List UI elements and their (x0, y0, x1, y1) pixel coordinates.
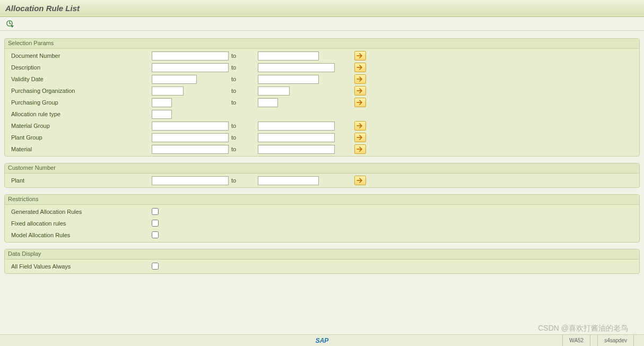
multiple-selection-button[interactable] (354, 133, 366, 142)
arrow-right-icon (356, 146, 364, 152)
from-cell (152, 133, 231, 142)
group-header: Restrictions (5, 195, 639, 205)
multiple-selection-button[interactable] (354, 74, 366, 84)
execute-button[interactable] (4, 19, 16, 29)
multiple-selection-button[interactable] (354, 51, 366, 60)
status-tcode: WA52 (562, 335, 590, 346)
field-label: Plant Group (11, 134, 152, 141)
multiple-selection-button[interactable] (354, 176, 366, 185)
status-spacer (633, 335, 641, 346)
to-cell (258, 122, 353, 131)
field-label: Purchasing Organization (11, 88, 152, 94)
to-input[interactable] (258, 75, 319, 84)
from-cell (152, 75, 231, 84)
multiple-selection-button[interactable] (354, 86, 366, 96)
from-input[interactable] (152, 51, 229, 60)
multiple-selection-button[interactable] (354, 98, 366, 107)
to-label: to (231, 146, 258, 152)
from-input[interactable] (152, 63, 229, 72)
checkbox-cell (152, 220, 231, 228)
to-input[interactable] (258, 176, 319, 185)
to-label: to (231, 177, 258, 184)
checkbox-row: Generated Allocation Rules (5, 206, 639, 218)
from-input[interactable] (152, 75, 197, 84)
to-input[interactable] (258, 87, 290, 96)
arrow-right-icon (356, 99, 364, 106)
field-label: All Field Values Always (11, 263, 152, 270)
watermark-text: CSDN @喜欢打酱油的老鸟 (538, 324, 628, 333)
field-label: Document Number (11, 53, 152, 59)
field-label: Plant (11, 177, 152, 184)
to-label: to (231, 64, 258, 71)
status-spacer (590, 335, 597, 346)
from-cell (152, 51, 231, 60)
checkbox-input[interactable] (152, 231, 159, 238)
field-row: Purchasing Organizationto (5, 85, 639, 97)
field-label: Fixed allocation rules (11, 220, 152, 227)
status-system: s4sapdev (597, 335, 633, 346)
from-input[interactable] (152, 110, 172, 119)
from-cell (152, 176, 231, 185)
to-cell (258, 87, 353, 96)
title-bar: Allocation Rule List (0, 0, 644, 17)
from-cell (152, 145, 231, 154)
to-label: to (231, 53, 258, 59)
field-row: Purchasing Groupto (5, 97, 639, 108)
checkbox-input[interactable] (152, 263, 159, 270)
field-row: Plantto (5, 175, 639, 186)
field-label: Material (11, 146, 152, 152)
to-input[interactable] (258, 63, 335, 72)
to-input[interactable] (258, 133, 335, 142)
checkbox-row: Fixed allocation rules (5, 218, 639, 229)
checkbox-cell (152, 263, 231, 271)
group-header: Data Display (5, 249, 639, 260)
arrow-right-icon (356, 134, 364, 141)
to-input[interactable] (258, 145, 335, 154)
multiple-selection-button[interactable] (354, 121, 366, 131)
group-header: Customer Number (5, 163, 639, 174)
to-label: to (231, 134, 258, 141)
arrow-right-icon (356, 53, 364, 59)
to-label: to (231, 99, 258, 106)
from-input[interactable] (152, 133, 229, 142)
field-label: Generated Allocation Rules (11, 209, 152, 215)
checkbox-cell (152, 208, 231, 216)
checkbox-input[interactable] (152, 220, 159, 227)
group-header: Selection Params (5, 39, 639, 49)
field-row: Material Groupto (5, 120, 639, 132)
content-area: Selection Params Document NumbertoDescri… (0, 31, 644, 274)
arrow-right-icon (356, 123, 364, 129)
to-input[interactable] (258, 98, 278, 107)
field-row: Document Numberto (5, 50, 639, 62)
from-cell (152, 98, 231, 107)
from-input[interactable] (152, 98, 172, 107)
checkbox-row: Model Allocation Rules (5, 229, 639, 241)
group-selection-params: Selection Params Document NumbertoDescri… (4, 38, 640, 157)
status-bar: SAP WA52 s4sapdev (0, 334, 644, 346)
arrow-right-icon (356, 88, 364, 94)
to-label: to (231, 88, 258, 94)
to-label: to (231, 76, 258, 82)
arrow-right-icon (356, 177, 364, 184)
multiple-selection-button[interactable] (354, 63, 366, 72)
to-cell (258, 176, 353, 185)
field-row: Materialto (5, 143, 639, 155)
field-row: Plant Groupto (5, 132, 639, 143)
field-row: Validity Dateto (5, 73, 639, 85)
field-row: Descriptionto (5, 62, 639, 73)
checkbox-cell (152, 231, 231, 239)
to-input[interactable] (258, 122, 335, 131)
to-cell (258, 145, 353, 154)
to-input[interactable] (258, 51, 319, 60)
to-label: to (231, 123, 258, 129)
checkbox-row: All Field Values Always (5, 261, 639, 272)
to-cell (258, 75, 353, 84)
from-input[interactable] (152, 87, 184, 96)
from-input[interactable] (152, 145, 229, 154)
from-input[interactable] (152, 122, 229, 131)
from-cell (152, 63, 231, 72)
checkbox-input[interactable] (152, 208, 159, 215)
from-input[interactable] (152, 176, 229, 185)
from-cell (152, 110, 231, 119)
multiple-selection-button[interactable] (354, 144, 366, 154)
